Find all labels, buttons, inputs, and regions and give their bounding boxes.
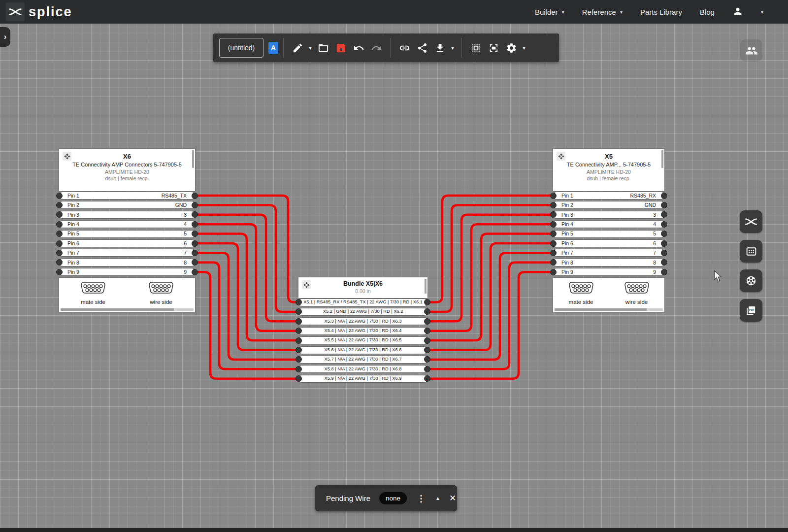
settings-menu-caret[interactable]: ▾ (520, 45, 528, 51)
wire-port[interactable] (424, 299, 430, 305)
wire-port[interactable] (296, 366, 302, 372)
wire-x5-6[interactable] (427, 243, 555, 350)
wire-port[interactable] (296, 328, 302, 334)
pin-port[interactable] (661, 202, 667, 208)
wire-port[interactable] (296, 337, 302, 344)
x6-pin-row-4[interactable]: Pin 4 4 (59, 220, 195, 228)
x6-pin-row-2[interactable]: Pin 2 GND (59, 201, 195, 209)
wire-port[interactable] (296, 347, 302, 353)
x6-pin-row-6[interactable]: Pin 6 6 (59, 239, 195, 247)
wire-port[interactable] (296, 299, 302, 305)
pin-port[interactable] (56, 193, 63, 199)
x5-pin-row-1[interactable]: Pin 1 RS485_RX (553, 192, 664, 200)
pin-port[interactable] (192, 231, 198, 237)
pin-port[interactable] (661, 193, 667, 199)
pin-port[interactable] (192, 193, 198, 199)
save-button[interactable] (332, 37, 350, 59)
pin-port[interactable] (661, 240, 667, 247)
splice-tool-button[interactable] (740, 210, 762, 233)
pin-port[interactable] (192, 202, 198, 208)
connector-card-x5[interactable]: X5 TE Connectivity AMP... 5-747905-5 AMP… (553, 149, 664, 312)
x5-pin-row-5[interactable]: Pin 5 5 (553, 230, 664, 238)
bundle-row-9[interactable]: X5.9 | N/A | 22 AWG | 7/30 | RD | X6.9 (298, 375, 427, 383)
bundle-row-1[interactable]: X5.1 | RS485_RX / RS485_TX | 22 AWG | 7/… (298, 299, 427, 306)
bundle-row-3[interactable]: X5.3 | N/A | 22 AWG | 7/30 | RD | X6.3 (298, 317, 427, 325)
x5-pin-row-9[interactable]: Pin 9 9 (553, 268, 664, 276)
connector-card-x6[interactable]: X6 TE Connectivity AMP Connectors 5-7479… (59, 149, 195, 312)
pin-port[interactable] (192, 269, 198, 275)
x5-pin-row-3[interactable]: Pin 3 3 (553, 211, 664, 219)
edit-menu-caret[interactable]: ▾ (306, 45, 314, 51)
bundle-row-6[interactable]: X5.6 | N/A | 22 AWG | 7/30 | RD | X6.6 (298, 346, 427, 354)
undo-button[interactable] (350, 37, 367, 59)
collaborators-button[interactable] (740, 39, 762, 62)
pin-port[interactable] (661, 221, 667, 228)
x6-pin-row-9[interactable]: Pin 9 9 (59, 268, 195, 276)
card-horizontal-scrollbar[interactable] (555, 308, 663, 311)
share-link-button[interactable] (395, 37, 413, 59)
bundle-row-8[interactable]: X5.8 | N/A | 22 AWG | 7/30 | RD | X6.8 (298, 365, 427, 373)
wire-port[interactable] (424, 366, 430, 372)
x6-pin-row-7[interactable]: Pin 7 7 (59, 249, 195, 257)
wire-port[interactable] (424, 318, 430, 325)
pin-port[interactable] (550, 259, 557, 266)
pin-port[interactable] (550, 240, 557, 247)
bundle-card[interactable]: Bundle X5|X6 0.00 in X5.1 | RS485_RX / R… (298, 277, 427, 383)
x5-pin-row-6[interactable]: Pin 6 6 (553, 239, 664, 247)
pin-port[interactable] (550, 193, 557, 199)
x6-pin-row-5[interactable]: Pin 5 5 (59, 230, 195, 238)
settings-button[interactable] (502, 37, 520, 59)
bundle-row-4[interactable]: X5.4 | N/A | 22 AWG | 7/30 | RD | X6.4 (298, 327, 427, 335)
nav-item-reference[interactable]: Reference ▾ (582, 8, 623, 16)
bundle-row-7[interactable]: X5.7 | N/A | 22 AWG | 7/30 | RD | X6.7 (298, 356, 427, 364)
card-vertical-scrollbar[interactable] (425, 279, 427, 294)
x6-pin-row-3[interactable]: Pin 3 3 (59, 211, 195, 219)
sidebar-expand-toggle[interactable]: › (0, 27, 10, 47)
pin-port[interactable] (550, 221, 557, 228)
kebab-menu-icon[interactable]: ⋮ (416, 493, 427, 504)
pin-port[interactable] (550, 231, 557, 237)
move-handle[interactable] (557, 152, 565, 161)
pin-port[interactable] (56, 202, 63, 208)
close-icon[interactable]: ✕ (449, 493, 456, 503)
move-handle[interactable] (302, 280, 311, 289)
move-handle[interactable] (63, 152, 71, 161)
edit-pencil-button[interactable] (289, 37, 306, 59)
wire-port[interactable] (296, 308, 302, 315)
select-all-button[interactable] (467, 37, 485, 59)
x5-pin-row-2[interactable]: Pin 2 GND (553, 201, 664, 209)
pin-port[interactable] (192, 240, 198, 247)
wire-port[interactable] (424, 337, 430, 344)
nav-item-parts-library[interactable]: Parts Library (640, 8, 682, 16)
card-vertical-scrollbar[interactable] (192, 150, 194, 168)
collapse-caret-icon[interactable]: ▲ (435, 496, 440, 501)
export-pdf-button[interactable]: PDF (740, 299, 762, 322)
x5-pin-row-7[interactable]: Pin 7 7 (553, 249, 664, 257)
pin-port[interactable] (550, 269, 557, 275)
splice-logo[interactable]: splice (0, 2, 72, 21)
share-button[interactable] (413, 37, 431, 59)
x5-pin-row-8[interactable]: Pin 8 8 (553, 259, 664, 266)
pin-port[interactable] (56, 240, 63, 247)
pin-port[interactable] (56, 231, 63, 237)
pin-port[interactable] (56, 221, 63, 228)
download-menu-caret[interactable]: ▾ (449, 45, 457, 51)
wire-port[interactable] (296, 318, 302, 325)
pin-port[interactable] (56, 269, 63, 275)
connector-view-button[interactable] (740, 269, 762, 292)
card-horizontal-scrollbar[interactable] (61, 308, 194, 311)
pin-port[interactable] (56, 259, 63, 266)
redo-button[interactable] (367, 37, 385, 59)
document-title-input[interactable]: (untitled) (219, 38, 263, 58)
pin-port[interactable] (661, 250, 667, 256)
card-vertical-scrollbar[interactable] (661, 150, 663, 168)
wire-port[interactable] (424, 347, 430, 353)
x6-pin-row-8[interactable]: Pin 8 8 (59, 259, 195, 266)
nav-item-builder[interactable]: Builder ▾ (535, 8, 564, 16)
pin-port[interactable] (192, 221, 198, 228)
bundle-row-2[interactable]: X5.2 | GND | 22 AWG | 7/30 | RD | X6.2 (298, 308, 427, 316)
x6-pin-row-1[interactable]: Pin 1 RS485_TX (59, 192, 195, 200)
pending-wire-value-chip[interactable]: none (379, 492, 407, 504)
open-file-button[interactable] (314, 37, 332, 59)
nav-item-blog[interactable]: Blog (700, 8, 715, 16)
